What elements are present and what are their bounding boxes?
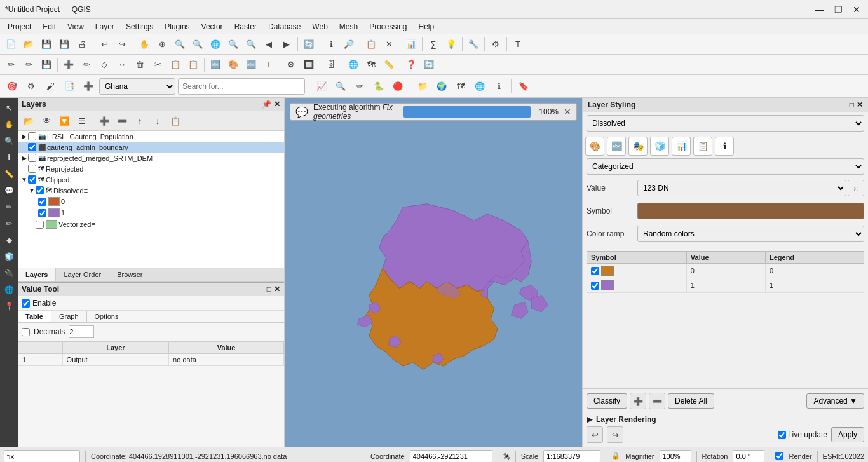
- vt-tab-options[interactable]: Options: [87, 311, 127, 322]
- lt-annotate-btn[interactable]: 💬: [1, 183, 17, 198]
- layer-diss-0[interactable]: 0: [18, 196, 284, 207]
- vt-enable-check[interactable]: [22, 299, 30, 308]
- zoom-out-btn[interactable]: 🔍: [189, 36, 206, 53]
- apply-btn[interactable]: Apply: [831, 427, 864, 442]
- db-btn[interactable]: 🗄: [323, 57, 339, 73]
- layers-pin-btn[interactable]: 📌: [262, 100, 271, 109]
- advanced-btn[interactable]: Advanced ▼: [806, 393, 864, 409]
- layer-hrsl-check[interactable]: [28, 132, 36, 140]
- tab-layer-order[interactable]: Layer Order: [56, 268, 109, 281]
- lt-measure-btn[interactable]: 📏: [1, 166, 17, 182]
- layer-filter-btn[interactable]: 🔽: [56, 112, 72, 129]
- status-render-check[interactable]: [775, 452, 783, 460]
- vt-pin-btn[interactable]: □: [267, 285, 271, 294]
- layer-dissolved[interactable]: ▼ 🗺 Dissolved ≡: [18, 185, 284, 196]
- menu-mesh[interactable]: Mesh: [334, 21, 363, 32]
- layer-srtm[interactable]: ▶ 📷 reprojected_merged_SRTM_DEM: [18, 153, 284, 163]
- open-attr-table-btn[interactable]: 📊: [403, 36, 419, 53]
- rp-colorramp-select[interactable]: Random colors: [637, 226, 864, 242]
- zoom-back-btn[interactable]: ◀: [261, 36, 277, 53]
- vertex-tool-btn[interactable]: ◇: [96, 57, 112, 73]
- whats-new-btn[interactable]: 🔄: [421, 57, 437, 73]
- field-calc-btn[interactable]: ⚙: [283, 57, 299, 73]
- location-add-btn[interactable]: ➕: [80, 78, 97, 95]
- layer-reprojected[interactable]: 🗺 Reprojected: [18, 163, 284, 174]
- rp-redo-btn[interactable]: ↪: [607, 426, 623, 443]
- processing-toolbox-btn[interactable]: ⚙: [487, 36, 504, 53]
- save-as-btn[interactable]: 💾: [56, 36, 72, 53]
- map-btn[interactable]: 🗺: [363, 57, 379, 73]
- layer-clipped[interactable]: ▼ 🗺 Clipped: [18, 174, 284, 185]
- minimize-btn[interactable]: —: [813, 4, 827, 15]
- menu-vector[interactable]: Vector: [196, 21, 228, 32]
- delete-selected-btn[interactable]: 🗑: [132, 57, 148, 73]
- remove-layer-btn[interactable]: ➖: [114, 112, 130, 129]
- identify-btn[interactable]: ℹ: [323, 36, 339, 53]
- status-magnifier-input[interactable]: [660, 450, 691, 463]
- rp-label-btn[interactable]: 🔤: [607, 137, 626, 156]
- sym-row-0-symbol[interactable]: [587, 264, 687, 278]
- remove-class-btn[interactable]: ➖: [649, 393, 665, 409]
- layers-content[interactable]: ▶ 📷 HRSL_Gauteng_Population ⬛ gauteng_ad…: [18, 131, 284, 268]
- titlebar-controls[interactable]: — ❐ ✕: [813, 4, 863, 15]
- filter-red-btn[interactable]: 🔴: [390, 78, 406, 95]
- location-menu-btn[interactable]: ⚙: [23, 78, 39, 95]
- rp-undo-btn[interactable]: ↩: [587, 426, 603, 443]
- lt-identify-btn[interactable]: ℹ: [1, 150, 17, 165]
- xyz-btn[interactable]: 🌐: [471, 78, 488, 95]
- rp-fields-btn[interactable]: 📋: [693, 137, 712, 156]
- pan-btn[interactable]: ✋: [136, 36, 153, 53]
- close-btn[interactable]: ✕: [850, 4, 863, 15]
- location-select[interactable]: Ghana: [99, 78, 175, 95]
- add-class-btn[interactable]: ➕: [630, 393, 646, 409]
- sym-row-1-check[interactable]: [591, 282, 599, 290]
- statistics-btn[interactable]: ∑: [425, 36, 442, 53]
- paste-features-btn[interactable]: 📋: [185, 57, 201, 73]
- menu-processing[interactable]: Processing: [364, 21, 412, 32]
- status-rotation-input[interactable]: [733, 450, 764, 463]
- rp-value-expr-btn[interactable]: ε: [848, 180, 864, 196]
- rp-mask-btn[interactable]: 🎭: [628, 137, 648, 156]
- lt-3d-btn[interactable]: 🧊: [1, 249, 17, 264]
- move-down-btn[interactable]: ↓: [149, 112, 166, 129]
- status-coord-input[interactable]: [410, 450, 492, 463]
- menu-plugins[interactable]: Plugins: [159, 21, 194, 32]
- open-project-btn[interactable]: 📂: [20, 36, 37, 53]
- digitize-btn[interactable]: ✏: [78, 57, 95, 73]
- rp-value-select[interactable]: 123 DN: [637, 180, 846, 196]
- zoom-layer-btn[interactable]: 🔍: [225, 36, 241, 53]
- maximize-btn[interactable]: ❐: [832, 4, 845, 15]
- location-style-btn[interactable]: 🖌: [42, 78, 58, 95]
- vt-close-btn[interactable]: ✕: [274, 285, 280, 294]
- select-by-location-btn[interactable]: 🔍: [332, 78, 349, 95]
- live-update-checkbox[interactable]: [778, 431, 786, 439]
- cut-features-btn[interactable]: ✂: [149, 57, 166, 73]
- chart-btn[interactable]: 📈: [313, 78, 330, 95]
- select-feature-btn[interactable]: 📋: [363, 36, 379, 53]
- open-folder-btn[interactable]: 📁: [414, 78, 431, 95]
- tab-browser[interactable]: Browser: [109, 268, 151, 281]
- menu-settings[interactable]: Settings: [121, 21, 158, 32]
- menu-view[interactable]: View: [62, 21, 89, 32]
- plugins-btn[interactable]: 🔧: [465, 36, 482, 53]
- vt-tab-table[interactable]: Table: [18, 311, 51, 322]
- sym-row-1-symbol[interactable]: [587, 278, 687, 293]
- select-by-expression-btn[interactable]: ✏: [351, 78, 368, 95]
- map-canvas[interactable]: [285, 126, 582, 447]
- globe-btn[interactable]: 🌐: [345, 57, 362, 73]
- layer-diss-1-check[interactable]: [38, 209, 46, 217]
- label-size-btn[interactable]: 🔤: [243, 57, 259, 73]
- save-btn[interactable]: 💾: [38, 36, 55, 53]
- layer-gauteng[interactable]: ⬛ gauteng_admin_boundary: [18, 142, 284, 153]
- layer-vectorized-check[interactable]: [36, 221, 44, 229]
- rp-pin-btn[interactable]: □: [850, 100, 854, 109]
- redo-btn[interactable]: ↪: [114, 36, 130, 53]
- layer-hrsl[interactable]: ▶ 📷 HRSL_Gauteng_Population: [18, 131, 284, 142]
- lt-advanced-btn[interactable]: ◆: [1, 233, 17, 248]
- move-up-btn[interactable]: ↑: [132, 112, 148, 129]
- geocoder-btn[interactable]: 🌍: [433, 78, 450, 95]
- pan-map-btn[interactable]: ⊕: [154, 36, 170, 53]
- menu-database[interactable]: Database: [263, 21, 306, 32]
- location-layer-btn[interactable]: 📑: [61, 78, 78, 95]
- label-italic-btn[interactable]: I: [261, 57, 277, 73]
